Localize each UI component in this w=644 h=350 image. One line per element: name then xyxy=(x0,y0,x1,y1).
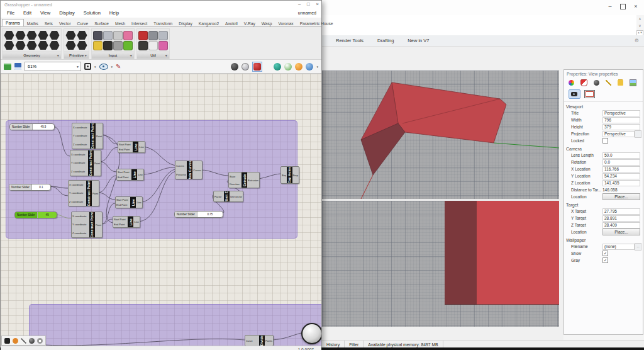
shaded-display-icon[interactable] xyxy=(242,63,249,71)
browse-button[interactable]: ... xyxy=(635,243,641,251)
component-icon[interactable] xyxy=(93,31,103,40)
number-slider[interactable]: Number Slider 0.1 xyxy=(9,184,51,191)
tab-sets[interactable]: Sets xyxy=(42,20,56,26)
teal-gem-icon[interactable] xyxy=(274,63,281,71)
orange-sphere-icon[interactable] xyxy=(295,63,303,71)
gray-checkbox[interactable]: ✓ xyxy=(602,257,608,263)
menu-help[interactable]: Help xyxy=(109,10,119,16)
blue-sphere-icon[interactable] xyxy=(306,63,313,71)
component-icon[interactable] xyxy=(77,31,87,40)
zoom-level-dropdown[interactable]: 61%▼ xyxy=(25,62,81,71)
component-icon[interactable] xyxy=(158,31,168,40)
definition-canvas[interactable]: X coordinateY coordinateZ coordinate Con… xyxy=(1,74,321,346)
menu-edit[interactable]: Edit xyxy=(23,10,31,16)
chevron-down-icon[interactable]: ▾ xyxy=(316,65,318,69)
node-join-curves[interactable]: CurvesPreserve Join Curves Curves xyxy=(175,161,203,179)
texture-icon[interactable] xyxy=(630,79,636,86)
component-icon[interactable] xyxy=(113,41,123,50)
zoom-extents-icon[interactable] xyxy=(84,63,91,70)
tab-curve[interactable]: Curve xyxy=(74,20,92,26)
tab-surface[interactable]: Surface xyxy=(91,20,112,26)
z-target-field[interactable]: 28.409 xyxy=(602,222,640,229)
pen-tool-icon[interactable] xyxy=(21,338,26,344)
x-location-field[interactable]: 116.766 xyxy=(602,166,640,172)
node-cap-holes[interactable]: Brep Cap Holes Brep xyxy=(280,166,299,184)
scroll-down-icon[interactable]: ∨ xyxy=(638,23,641,28)
camera-icon[interactable] xyxy=(569,89,580,99)
node-construct-point[interactable]: X coordinateY coordinateZ coordinate Con… xyxy=(71,212,103,238)
number-slider-selected[interactable]: Number Slider 49 xyxy=(14,212,57,218)
close-icon[interactable]: × xyxy=(316,1,319,7)
blob-tool-icon[interactable] xyxy=(13,338,18,344)
top-viewport[interactable] xyxy=(322,201,559,327)
folder-icon[interactable] xyxy=(618,80,623,86)
panel-icon[interactable] xyxy=(4,338,10,344)
tab-voronax[interactable]: Voronax xyxy=(275,20,296,26)
tab-vray[interactable]: V-Ray xyxy=(241,20,258,26)
y-target-field[interactable]: 28.891 xyxy=(602,215,640,222)
tab-transform[interactable]: Transform xyxy=(150,20,175,26)
height-field[interactable]: 379 xyxy=(602,124,640,130)
rotation-field[interactable]: 0.0 xyxy=(602,159,640,166)
node-construct-point[interactable]: X coordinateY coordinateZ coordinate Con… xyxy=(68,180,99,206)
chevron-down-icon[interactable]: ▾ xyxy=(111,65,113,69)
tab-vector[interactable]: Vector xyxy=(56,20,74,26)
wire-display-icon[interactable] xyxy=(231,63,238,71)
component-icon[interactable] xyxy=(148,41,158,50)
component-icon[interactable] xyxy=(26,41,37,50)
green-sphere-icon[interactable] xyxy=(284,63,292,71)
component-icon[interactable] xyxy=(77,41,87,50)
node-construct-point[interactable]: X coordinateY coordinateZ coordinate Con… xyxy=(70,150,101,176)
selected-display-mode[interactable] xyxy=(252,62,262,72)
torus-tool-icon[interactable] xyxy=(37,338,43,344)
preview-eye-icon[interactable] xyxy=(99,64,108,70)
viewport-screen-icon[interactable] xyxy=(584,90,595,98)
tab-maths[interactable]: Maths xyxy=(24,20,42,26)
chevron-down-icon[interactable]: ▾ xyxy=(94,65,96,69)
rhino-titlebar[interactable] xyxy=(322,0,644,15)
component-icon[interactable] xyxy=(4,41,14,50)
tab-display[interactable]: Display xyxy=(175,20,196,26)
menu-view[interactable]: View xyxy=(40,10,50,16)
expand-icon[interactable]: + xyxy=(84,54,87,57)
slider-value[interactable]: 49.9 xyxy=(33,125,54,128)
tab-mesh[interactable]: Mesh xyxy=(112,20,128,26)
component-icon[interactable] xyxy=(138,31,148,40)
perspective-viewport[interactable] xyxy=(322,71,559,199)
minimize-icon[interactable]: – xyxy=(606,3,614,9)
component-icon[interactable] xyxy=(65,31,76,40)
component-icon[interactable] xyxy=(49,31,60,40)
scroll-up-icon[interactable]: ∧ xyxy=(638,16,641,21)
command-history-area[interactable] xyxy=(322,15,636,36)
component-icon[interactable] xyxy=(38,41,48,50)
node-group-region-bottom[interactable] xyxy=(29,304,321,346)
z-location-field[interactable]: 141.435 xyxy=(602,180,640,186)
camera-place-button[interactable]: Place... xyxy=(602,193,640,200)
number-slider[interactable]: Number Slider 49.9 xyxy=(9,123,55,130)
node-construct-point[interactable]: X coordinateY coordinateZ coordinate Con… xyxy=(72,123,103,149)
menu-solution[interactable]: Solution xyxy=(84,10,101,16)
restore-icon[interactable] xyxy=(620,4,626,9)
menu-display[interactable]: Display xyxy=(59,10,75,16)
projection-dropdown[interactable]: Perspective xyxy=(602,131,635,137)
tab-axolotl[interactable]: Axolotl xyxy=(222,20,241,26)
title-field[interactable]: Perspective xyxy=(602,110,640,116)
component-icon[interactable] xyxy=(123,31,133,40)
close-icon[interactable]: × xyxy=(631,3,640,9)
tab-render-tools[interactable]: Render Tools xyxy=(336,38,364,43)
filename-field[interactable]: (none) xyxy=(602,244,635,250)
maximize-icon[interactable]: □ xyxy=(307,1,310,7)
show-checkbox[interactable]: ✓ xyxy=(602,251,608,256)
component-icon[interactable] xyxy=(123,41,133,50)
node-line[interactable]: Start PointEnd Point Line Line xyxy=(115,196,143,208)
minimize-icon[interactable]: – xyxy=(298,1,301,7)
tab-parametric-house[interactable]: Parametric House xyxy=(297,20,336,26)
tab-params[interactable]: Params xyxy=(2,19,24,26)
command-scrollbar[interactable]: ∧ ∨ ▲▼ xyxy=(636,16,643,38)
material-icon[interactable] xyxy=(594,80,599,86)
tab-new-in-v7[interactable]: New in V7 xyxy=(408,38,429,43)
open-file-icon[interactable] xyxy=(4,64,11,70)
tab-kangaroo2[interactable]: Kangaroo2 xyxy=(196,20,222,26)
node-extrude[interactable]: BaseDirection Extrude Extrusion xyxy=(228,172,260,188)
sketch-pencil-icon[interactable]: ✎ xyxy=(116,64,121,70)
